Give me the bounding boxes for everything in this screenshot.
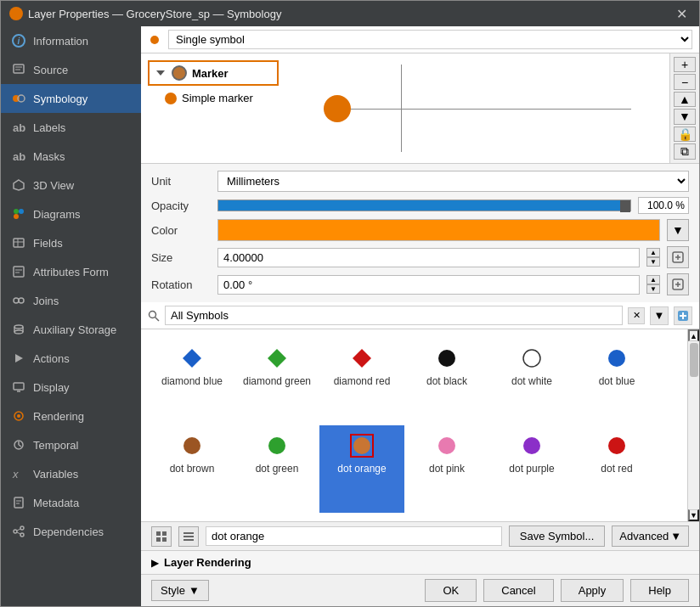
svg-point-10 [14, 209, 19, 214]
lib-filter-dropdown-btn[interactable]: ▼ [650, 306, 669, 325]
rotation-spin-down[interactable]: ▼ [646, 284, 660, 294]
size-spin-up[interactable]: ▲ [646, 248, 660, 257]
sidebar-item-diagrams[interactable]: Diagrams [1, 200, 141, 228]
sidebar-label-rendering: Rendering [33, 410, 84, 423]
sidebar-item-attributes-form[interactable]: Attributes Form [1, 257, 141, 286]
symbol-tree: Marker Simple marker [141, 53, 285, 163]
move-down-btn[interactable]: ▼ [674, 109, 696, 124]
symbol-cell-dot-orange[interactable]: dot orange [319, 425, 404, 513]
sidebar-label-labels: Labels [33, 121, 65, 134]
sidebar-item-auxiliary-storage[interactable]: Auxiliary Storage [1, 315, 141, 344]
move-up-btn[interactable]: ▲ [674, 92, 696, 107]
svg-rect-11 [14, 239, 24, 247]
symbol-type-select[interactable]: Single symbol [168, 30, 692, 49]
symbol-cell-diamond-blue[interactable]: diamond blue [150, 338, 234, 425]
dot-green-icon [265, 434, 289, 458]
sidebar-label-display: Display [33, 381, 70, 394]
dot-black-icon [435, 346, 459, 370]
style-dropdown-icon: ▼ [189, 584, 200, 597]
svg-point-18 [19, 298, 24, 303]
layer-rendering-expand[interactable]: ▶ [151, 557, 159, 569]
lib-add-symbol-btn[interactable] [674, 306, 692, 325]
sidebar-item-symbology[interactable]: Symbology [1, 84, 141, 113]
sidebar-item-metadata[interactable]: Metadata [1, 488, 141, 517]
sidebar-item-information[interactable]: i Information [1, 26, 141, 55]
unit-select[interactable]: Millimeters [217, 171, 689, 192]
marker-tree-item[interactable]: Marker [148, 60, 279, 86]
symbol-cell-diamond-red[interactable]: diamond red [319, 338, 404, 425]
symbol-cell-dot-white[interactable]: dot white [489, 338, 574, 425]
duplicate-btn[interactable]: ⧉ [674, 143, 696, 160]
sidebar-item-temporal[interactable]: Temporal [1, 430, 141, 459]
rotation-input[interactable]: 0.00 ° [217, 275, 640, 295]
remove-symbol-btn[interactable]: − [674, 74, 696, 89]
sidebar-item-masks[interactable]: abc Masks [1, 142, 141, 171]
sidebar-item-joins[interactable]: Joins [1, 286, 141, 315]
symbol-cell-dot-red[interactable]: dot red [574, 425, 659, 513]
list-view-btn[interactable] [178, 526, 199, 547]
bottom-symbol-bar: dot orange Save Symbol... Advanced ▼ [141, 521, 699, 550]
sidebar-item-3dview[interactable]: 3D View [1, 171, 141, 200]
lock-btn[interactable]: 🔒 [674, 126, 696, 142]
size-input[interactable]: 4.00000 [217, 248, 640, 267]
svg-marker-23 [15, 354, 23, 363]
opacity-value-input[interactable]: 100.0 % [638, 197, 689, 214]
sidebar-item-source[interactable]: Source [1, 55, 141, 84]
advanced-dropdown-icon: ▼ [670, 530, 681, 542]
style-button[interactable]: Style ▼ [151, 580, 209, 601]
save-symbol-btn[interactable]: Save Symbol... [509, 526, 605, 547]
rotation-spin-up[interactable]: ▲ [646, 275, 660, 284]
grid-view-btn[interactable] [151, 526, 172, 547]
lib-search-input[interactable]: All Symbols [165, 306, 623, 325]
lib-scroll-up-btn[interactable]: ▲ [688, 329, 699, 341]
color-label: Color [151, 224, 211, 237]
sidebar-item-labels[interactable]: abc Labels [1, 113, 141, 142]
style-label: Style [161, 584, 185, 597]
dot-blue-icon [605, 346, 629, 370]
symbol-label-dot-white: dot white [511, 375, 552, 387]
symbol-cell-dot-green[interactable]: dot green [234, 425, 319, 513]
symbol-cell-dot-blue[interactable]: dot blue [574, 338, 659, 425]
color-menu-btn[interactable]: ▼ [667, 219, 689, 241]
sidebar-item-variables[interactable]: x Variables [1, 459, 141, 488]
fields-icon [11, 235, 26, 250]
help-button[interactable]: Help [630, 579, 689, 602]
size-data-defined-btn[interactable] [667, 246, 689, 268]
auxiliarystorage-icon [11, 322, 26, 337]
selected-symbol-name-input[interactable]: dot orange [206, 526, 502, 546]
dot-white-icon [520, 346, 544, 370]
simple-marker-tree-item[interactable]: Simple marker [148, 89, 279, 107]
symbol-cell-dot-purple[interactable]: dot purple [489, 425, 574, 513]
symbol-cell-dot-black[interactable]: dot black [404, 338, 489, 425]
symbol-toolbar: + − ▲ ▼ 🔒 ⧉ [669, 53, 699, 163]
apply-button[interactable]: Apply [561, 579, 624, 602]
footer-left: Style ▼ [151, 580, 209, 601]
symbols-area: diamond blue diamond green [141, 329, 699, 521]
sidebar-item-actions[interactable]: Actions [1, 344, 141, 373]
lib-search-clear-btn[interactable]: ✕ [628, 307, 645, 324]
svg-rect-0 [14, 65, 24, 73]
symbol-cell-diamond-green[interactable]: diamond green [234, 338, 319, 425]
masks-icon: abc [11, 149, 26, 164]
sidebar-item-rendering[interactable]: Rendering [1, 402, 141, 430]
size-spin-down[interactable]: ▼ [646, 257, 660, 267]
symbol-label-diamond-green: diamond green [243, 375, 311, 387]
opacity-slider[interactable] [217, 200, 631, 211]
lib-scroll-down-btn[interactable]: ▼ [688, 509, 699, 521]
sidebar-item-display[interactable]: Display [1, 373, 141, 402]
advanced-btn[interactable]: Advanced ▼ [612, 526, 689, 547]
color-picker[interactable] [217, 219, 660, 241]
right-panel: Single symbol Marker Simple marker [141, 26, 699, 606]
add-symbol-btn[interactable]: + [674, 57, 696, 72]
sidebar-item-fields[interactable]: Fields [1, 228, 141, 257]
unit-label: Unit [151, 175, 211, 188]
rotation-data-defined-btn[interactable] [667, 273, 689, 295]
symbol-cell-dot-pink[interactable]: dot pink [404, 425, 489, 513]
sidebar-item-dependencies[interactable]: Dependencies [1, 517, 141, 546]
close-button[interactable]: ✕ [673, 6, 691, 22]
sidebar-label-3dview: 3D View [33, 179, 74, 192]
svg-line-49 [155, 317, 160, 321]
ok-button[interactable]: OK [425, 579, 477, 602]
symbol-cell-dot-brown[interactable]: dot brown [150, 425, 234, 513]
cancel-button[interactable]: Cancel [483, 579, 553, 602]
